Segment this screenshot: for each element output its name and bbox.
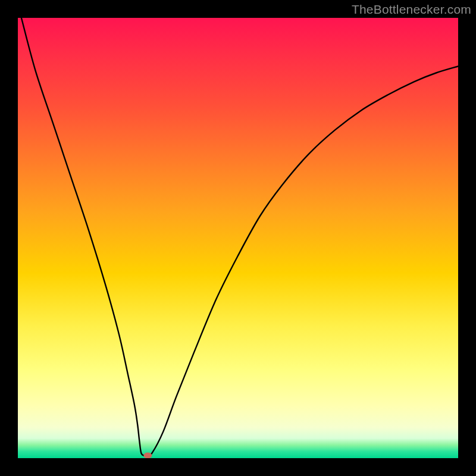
plot-area [18,18,458,458]
watermark-text: TheBottlenecker.com [352,2,471,17]
bottleneck-curve [21,18,458,456]
curve-svg [18,18,458,458]
min-marker [143,453,152,458]
chart-frame: TheBottlenecker.com [0,0,476,476]
